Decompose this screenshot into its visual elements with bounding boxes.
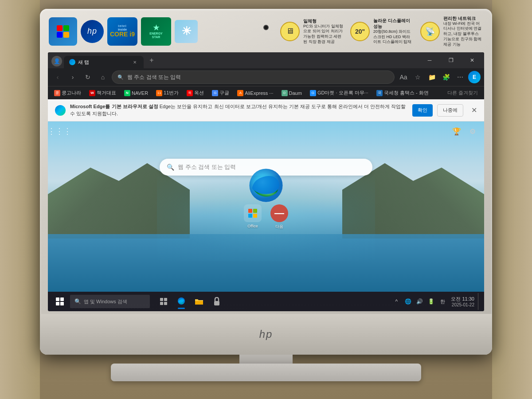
svg-rect-6: [160, 298, 163, 301]
bookmark-gmarket[interactable]: G GD마켓 · 오픈록 마무···: [307, 89, 371, 97]
office-logo: [246, 207, 259, 219]
bookmark-favicon-5: G: [212, 90, 218, 96]
intel-sticker: intel inside CORE i9: [107, 17, 137, 46]
tab-favicon: [69, 59, 75, 65]
restore-button[interactable]: ❐: [441, 54, 461, 66]
energy-star-sticker: ★ ENERGYSTAR: [141, 17, 171, 46]
taskview-icon: [159, 297, 168, 306]
monitor-stand: [111, 350, 421, 381]
win7-q4: [63, 32, 69, 38]
explorer-icon: [194, 297, 204, 306]
bookmark-naver[interactable]: N NAVER: [121, 89, 151, 97]
svg-rect-5: [253, 214, 257, 218]
profile-icon[interactable]: E: [468, 71, 481, 83]
svg-rect-4: [248, 214, 252, 218]
apps-grid-icon[interactable]: ⋮⋮⋮: [53, 125, 66, 137]
tab-close-button[interactable]: ✕: [131, 59, 138, 66]
energy-label: ENERGYSTAR: [149, 32, 163, 39]
settings-more-icon[interactable]: ⋯: [454, 71, 466, 83]
start-button[interactable]: [51, 293, 68, 310]
notif-close-button[interactable]: ✕: [471, 106, 477, 114]
tray-show-hidden[interactable]: ^: [391, 297, 401, 306]
notification-bar: Microsoft Edge를 기본 브라우저로 설정 Edge는 보안을 유지…: [48, 99, 484, 121]
office-label: Office: [247, 224, 258, 228]
bookmark-label-7: Daum: [289, 90, 302, 96]
newtab-top-left: ⋮⋮⋮: [53, 125, 66, 137]
bottom-bezel: hp: [40, 314, 492, 355]
notif-confirm-button[interactable]: 확인: [412, 104, 433, 117]
tab-row: 👤 새 탭 ✕ +: [48, 52, 418, 68]
bookmark-favicon-1: W: [89, 90, 95, 96]
taskbar-lock[interactable]: [208, 293, 225, 310]
address-input[interactable]: 🔍 웹 주소 검색 또는 입력: [112, 70, 395, 84]
taskbar-clock[interactable]: 오전 11:30 2025-01-22: [451, 296, 474, 307]
taskbar: 🔍 앱 및 Windows 검색: [48, 292, 484, 311]
bookmark-label-3: 11번가: [164, 90, 179, 96]
close-button[interactable]: ✕: [462, 54, 482, 66]
taskbar-search-icon: 🔍: [74, 298, 81, 305]
collections-icon[interactable]: 📁: [426, 71, 438, 83]
new-tab-button[interactable]: +: [145, 54, 158, 66]
svg-rect-9: [164, 302, 167, 305]
badge-display: 20" 놀라운 디스플레이 성능 20형(50.8cm) 와이드스크린 HD L…: [350, 18, 413, 45]
forward-button[interactable]: ›: [66, 71, 79, 83]
trophy-icon[interactable]: 🏆: [450, 125, 463, 137]
hp-sticker: hp: [81, 20, 104, 43]
stand-base: [111, 364, 421, 381]
bookmark-google[interactable]: G 구글: [209, 89, 232, 97]
browser-viewport: ⋮⋮⋮ 🏆 ⚙ 🔍 웹 주소 검색 또는 입력: [48, 121, 484, 292]
bookmark-쿵고나라[interactable]: 쿵 쿵고나라: [51, 89, 84, 97]
tray-network[interactable]: 🌐: [403, 297, 413, 306]
bookmarks-more[interactable]: 다른 즐겨찾기: [445, 89, 481, 97]
show-desktop-button[interactable]: [478, 293, 481, 310]
svg-rect-11: [214, 301, 219, 305]
energy-text: ★ ENERGYSTAR: [149, 23, 163, 39]
refresh-button[interactable]: ↻: [82, 71, 94, 83]
start-sq4: [60, 302, 64, 305]
back-button[interactable]: ‹: [51, 71, 64, 83]
taskbar-edge[interactable]: [173, 293, 190, 310]
bookmark-옥션[interactable]: 옥 옥션: [184, 89, 207, 97]
newtab-search-placeholder: 웹 주소 검색 또는 입력: [178, 163, 236, 171]
tray-battery[interactable]: 🔋: [426, 297, 436, 306]
win7-q1: [57, 25, 63, 31]
user-icon[interactable]: 👤: [51, 56, 62, 66]
monitor-shell: hp intel inside CORE i9 ★ ENERGYSTAR ☀ �: [40, 9, 492, 355]
bookmark-favicon-0: 쿵: [54, 90, 60, 96]
bookmarks-bar: 쿵 쿵고나라 W 책거대표 N NAVER 11: [48, 86, 484, 99]
quick-office[interactable]: Office: [244, 204, 262, 230]
svg-rect-3: [253, 209, 257, 213]
quick-daum[interactable]: — 다음: [270, 204, 288, 230]
taskbar-explorer[interactable]: [191, 293, 207, 310]
taskbar-taskview[interactable]: [155, 293, 172, 310]
settings-icon[interactable]: ⚙: [466, 125, 479, 137]
bookmark-11번가[interactable]: 11 11번가: [153, 89, 181, 97]
bookmark-favicon-3: 11: [156, 90, 162, 96]
tray-ime[interactable]: 한: [438, 297, 447, 306]
bookmark-책거대표[interactable]: W 책거대표: [86, 89, 119, 97]
extensions-icon[interactable]: 🧩: [440, 71, 452, 83]
badge-network-title: 편리한 네트워크: [443, 16, 483, 21]
tray-audio[interactable]: 🔊: [415, 297, 424, 306]
screen-content[interactable]: 👤 새 탭 ✕ +: [48, 52, 484, 292]
browser[interactable]: 👤 새 탭 ✕ +: [48, 52, 484, 292]
bookmark-aliexpress[interactable]: A AliExpress ···: [235, 89, 276, 97]
win7-logo: [57, 25, 69, 38]
notification-text: Microsoft Edge를 기본 브라우저로 설정 Edge는 보안을 유지…: [70, 103, 408, 117]
desk-left: [0, 0, 40, 399]
reader-icon[interactable]: Aa: [397, 71, 410, 83]
badge-allinone: 🖥 일체형 PC와 모니터가 일체형으로 되어 있어 처리가 가능한 컴팩하고 …: [280, 18, 343, 45]
bookmark-hometax[interactable]: 국 국세청 홈택스 - 화면: [374, 89, 431, 97]
daum-label: 다음: [275, 224, 283, 230]
badge-display-desc: 20형(50.8cm) 와이드스크린 HD LED 백라이트 디스플레이 탑재: [373, 29, 411, 44]
badge-allinone-desc: PC와 모니터가 일체형으로 되어 있어 처리가 가능한 컴팩하고 세련된 직장…: [303, 24, 343, 44]
minimize-button[interactable]: ─: [419, 54, 440, 66]
svg-rect-8: [160, 302, 163, 305]
notif-later-button[interactable]: 나중에: [437, 104, 463, 117]
address-text: 웹 주소 검색 또는 입력: [127, 74, 181, 81]
taskbar-search[interactable]: 🔍 앱 및 Windows 검색: [70, 295, 150, 308]
bookmark-daum[interactable]: D Daum: [279, 89, 305, 97]
active-tab[interactable]: 새 탭 ✕: [64, 56, 144, 68]
favorites-icon[interactable]: ☆: [411, 71, 424, 83]
home-button[interactable]: ⌂: [97, 71, 109, 83]
